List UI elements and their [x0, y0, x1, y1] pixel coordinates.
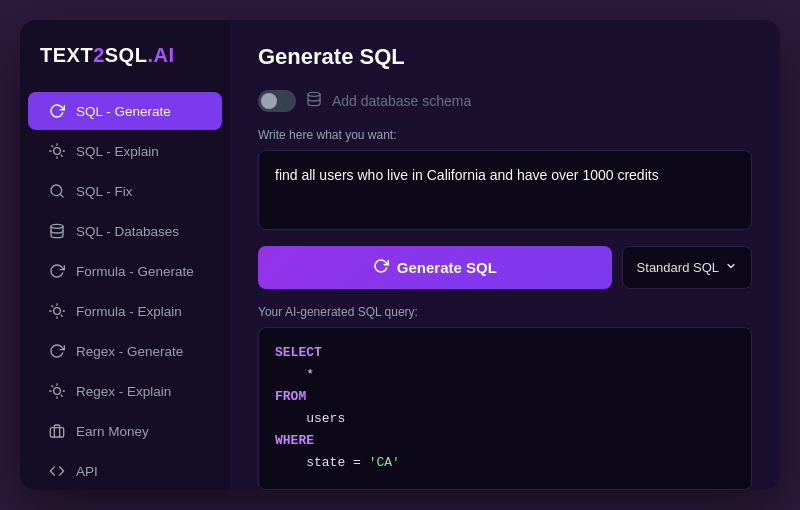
sidebar-item-formula-generate[interactable]: Formula - Generate	[28, 252, 222, 290]
formula-gen-icon	[48, 262, 66, 280]
sidebar-item-label: SQL - Fix	[76, 184, 133, 199]
dialect-selector[interactable]: Standard SQL	[622, 246, 752, 289]
svg-line-4	[61, 155, 62, 156]
sidebar-item-formula-explain[interactable]: Formula - Explain	[28, 292, 222, 330]
output-plain-state: state =	[275, 455, 369, 470]
generate-btn-label: Generate SQL	[397, 259, 497, 276]
regex-gen-icon	[48, 342, 66, 360]
output-kw-where: WHERE	[275, 433, 314, 448]
sidebar-item-label: Formula - Explain	[76, 304, 182, 319]
schema-row: Add database schema	[258, 90, 752, 112]
svg-line-8	[60, 194, 63, 197]
svg-rect-24	[50, 428, 63, 437]
bulb-icon-regex	[48, 382, 66, 400]
sidebar-item-api[interactable]: API	[28, 452, 222, 490]
sidebar-item-label: Earn Money	[76, 424, 149, 439]
svg-point-17	[54, 388, 61, 395]
sidebar-item-label: API	[76, 464, 98, 479]
action-row: Generate SQL Standard SQL	[258, 246, 752, 289]
refresh-icon	[48, 102, 66, 120]
sidebar-item-label: Regex - Explain	[76, 384, 171, 399]
logo-two: 2	[93, 44, 105, 66]
search-icon	[48, 182, 66, 200]
sidebar-item-label: SQL - Databases	[76, 224, 179, 239]
sidebar-item-regex-generate[interactable]: Regex - Generate	[28, 332, 222, 370]
refresh-btn-icon	[373, 258, 389, 277]
database-schema-icon	[306, 91, 322, 111]
sidebar-item-regex-explain[interactable]: Regex - Explain	[28, 372, 222, 410]
output-kw-select: SELECT	[275, 345, 322, 360]
logo: TEXT2SQL.AI	[20, 44, 230, 91]
code-icon	[48, 462, 66, 480]
query-textarea[interactable]	[258, 150, 752, 230]
sidebar-item-label: SQL - Generate	[76, 104, 171, 119]
sidebar-item-sql-explain[interactable]: SQL - Explain	[28, 132, 222, 170]
sidebar-item-sql-generate[interactable]: SQL - Generate	[28, 92, 222, 130]
sidebar-item-sql-databases[interactable]: SQL - Databases	[28, 212, 222, 250]
sidebar-item-label: Regex - Generate	[76, 344, 183, 359]
svg-point-9	[51, 224, 63, 228]
logo-dot-ai: .AI	[147, 44, 174, 66]
sidebar: TEXT2SQL.AI SQL - Generate	[20, 20, 230, 490]
svg-point-10	[54, 308, 61, 315]
sidebar-item-label: Formula - Generate	[76, 264, 194, 279]
svg-line-21	[61, 395, 62, 396]
output-plain-star: *	[275, 367, 314, 382]
sidebar-item-label: SQL - Explain	[76, 144, 159, 159]
svg-point-0	[54, 148, 61, 155]
svg-line-3	[52, 146, 53, 147]
main-content: Generate SQL Add database schema Write h…	[230, 20, 780, 490]
page-title: Generate SQL	[258, 44, 752, 70]
dialect-label: Standard SQL	[637, 260, 719, 275]
app-container: TEXT2SQL.AI SQL - Generate	[20, 20, 780, 490]
output-plain-users: users	[275, 411, 345, 426]
svg-point-26	[308, 92, 320, 96]
svg-line-14	[61, 315, 62, 316]
logo-sql: SQL	[105, 44, 148, 66]
output-kw-from: FROM	[275, 389, 306, 404]
svg-line-13	[52, 306, 53, 307]
output-label: Your AI-generated SQL query:	[258, 305, 752, 319]
database-icon	[48, 222, 66, 240]
logo-text: TEXT	[40, 44, 93, 66]
bulb-icon-explain	[48, 142, 66, 160]
svg-line-20	[52, 386, 53, 387]
generate-sql-button[interactable]: Generate SQL	[258, 246, 612, 289]
chevron-down-icon	[725, 260, 737, 275]
schema-toggle[interactable]	[258, 90, 296, 112]
schema-label: Add database schema	[332, 93, 471, 109]
bulb-icon-formula	[48, 302, 66, 320]
textarea-label: Write here what you want:	[258, 128, 752, 142]
sidebar-item-sql-fix[interactable]: SQL - Fix	[28, 172, 222, 210]
sidebar-item-earn-money[interactable]: Earn Money	[28, 412, 222, 450]
money-icon	[48, 422, 66, 440]
output-box: SELECT * FROM users WHERE state = 'CA'	[258, 327, 752, 490]
output-val-ca: 'CA'	[369, 455, 400, 470]
